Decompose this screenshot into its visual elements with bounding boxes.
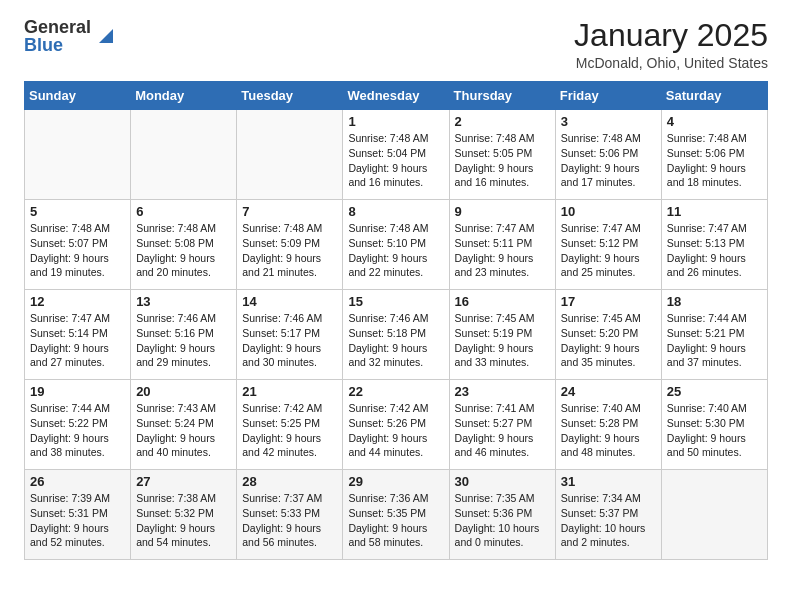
calendar-cell: 3Sunrise: 7:48 AM Sunset: 5:06 PM Daylig… (555, 110, 661, 200)
calendar-cell: 31Sunrise: 7:34 AM Sunset: 5:37 PM Dayli… (555, 470, 661, 560)
svg-marker-0 (99, 29, 113, 43)
day-info: Sunrise: 7:47 AM Sunset: 5:12 PM Dayligh… (561, 221, 656, 280)
logo-blue: Blue (24, 36, 63, 56)
day-info: Sunrise: 7:43 AM Sunset: 5:24 PM Dayligh… (136, 401, 231, 460)
day-of-week-header: Monday (131, 82, 237, 110)
day-number: 24 (561, 384, 656, 399)
calendar-cell: 8Sunrise: 7:48 AM Sunset: 5:10 PM Daylig… (343, 200, 449, 290)
logo-block: General Blue (24, 18, 117, 56)
logo-triangle-icon (95, 25, 117, 51)
day-number: 31 (561, 474, 656, 489)
calendar-cell: 11Sunrise: 7:47 AM Sunset: 5:13 PM Dayli… (661, 200, 767, 290)
day-info: Sunrise: 7:45 AM Sunset: 5:19 PM Dayligh… (455, 311, 550, 370)
day-number: 8 (348, 204, 443, 219)
logo: General Blue (24, 18, 117, 56)
calendar-cell (25, 110, 131, 200)
day-number: 29 (348, 474, 443, 489)
day-info: Sunrise: 7:48 AM Sunset: 5:10 PM Dayligh… (348, 221, 443, 280)
day-number: 10 (561, 204, 656, 219)
day-number: 20 (136, 384, 231, 399)
day-number: 11 (667, 204, 762, 219)
day-number: 3 (561, 114, 656, 129)
day-info: Sunrise: 7:42 AM Sunset: 5:25 PM Dayligh… (242, 401, 337, 460)
calendar-cell: 22Sunrise: 7:42 AM Sunset: 5:26 PM Dayli… (343, 380, 449, 470)
day-info: Sunrise: 7:46 AM Sunset: 5:17 PM Dayligh… (242, 311, 337, 370)
day-info: Sunrise: 7:37 AM Sunset: 5:33 PM Dayligh… (242, 491, 337, 550)
calendar-cell: 6Sunrise: 7:48 AM Sunset: 5:08 PM Daylig… (131, 200, 237, 290)
calendar-cell (131, 110, 237, 200)
calendar-cell: 1Sunrise: 7:48 AM Sunset: 5:04 PM Daylig… (343, 110, 449, 200)
day-of-week-header: Thursday (449, 82, 555, 110)
day-info: Sunrise: 7:48 AM Sunset: 5:08 PM Dayligh… (136, 221, 231, 280)
day-info: Sunrise: 7:41 AM Sunset: 5:27 PM Dayligh… (455, 401, 550, 460)
day-number: 7 (242, 204, 337, 219)
calendar-week-row: 19Sunrise: 7:44 AM Sunset: 5:22 PM Dayli… (25, 380, 768, 470)
day-number: 5 (30, 204, 125, 219)
day-number: 27 (136, 474, 231, 489)
day-info: Sunrise: 7:47 AM Sunset: 5:11 PM Dayligh… (455, 221, 550, 280)
day-info: Sunrise: 7:46 AM Sunset: 5:16 PM Dayligh… (136, 311, 231, 370)
day-number: 21 (242, 384, 337, 399)
day-number: 15 (348, 294, 443, 309)
day-info: Sunrise: 7:36 AM Sunset: 5:35 PM Dayligh… (348, 491, 443, 550)
calendar-table: SundayMondayTuesdayWednesdayThursdayFrid… (24, 81, 768, 560)
calendar-cell (661, 470, 767, 560)
day-number: 16 (455, 294, 550, 309)
day-number: 6 (136, 204, 231, 219)
calendar-cell: 19Sunrise: 7:44 AM Sunset: 5:22 PM Dayli… (25, 380, 131, 470)
calendar-cell: 7Sunrise: 7:48 AM Sunset: 5:09 PM Daylig… (237, 200, 343, 290)
calendar-cell: 27Sunrise: 7:38 AM Sunset: 5:32 PM Dayli… (131, 470, 237, 560)
calendar-cell: 14Sunrise: 7:46 AM Sunset: 5:17 PM Dayli… (237, 290, 343, 380)
day-number: 13 (136, 294, 231, 309)
day-number: 25 (667, 384, 762, 399)
calendar-cell (237, 110, 343, 200)
calendar-cell: 16Sunrise: 7:45 AM Sunset: 5:19 PM Dayli… (449, 290, 555, 380)
day-info: Sunrise: 7:48 AM Sunset: 5:06 PM Dayligh… (667, 131, 762, 190)
day-info: Sunrise: 7:48 AM Sunset: 5:06 PM Dayligh… (561, 131, 656, 190)
day-info: Sunrise: 7:46 AM Sunset: 5:18 PM Dayligh… (348, 311, 443, 370)
calendar-cell: 24Sunrise: 7:40 AM Sunset: 5:28 PM Dayli… (555, 380, 661, 470)
day-info: Sunrise: 7:34 AM Sunset: 5:37 PM Dayligh… (561, 491, 656, 550)
day-number: 1 (348, 114, 443, 129)
calendar-cell: 13Sunrise: 7:46 AM Sunset: 5:16 PM Dayli… (131, 290, 237, 380)
day-info: Sunrise: 7:40 AM Sunset: 5:28 PM Dayligh… (561, 401, 656, 460)
day-info: Sunrise: 7:47 AM Sunset: 5:13 PM Dayligh… (667, 221, 762, 280)
calendar-week-row: 1Sunrise: 7:48 AM Sunset: 5:04 PM Daylig… (25, 110, 768, 200)
day-of-week-header: Tuesday (237, 82, 343, 110)
day-number: 4 (667, 114, 762, 129)
calendar-cell: 9Sunrise: 7:47 AM Sunset: 5:11 PM Daylig… (449, 200, 555, 290)
calendar-header: SundayMondayTuesdayWednesdayThursdayFrid… (25, 82, 768, 110)
day-info: Sunrise: 7:48 AM Sunset: 5:04 PM Dayligh… (348, 131, 443, 190)
day-of-week-header: Saturday (661, 82, 767, 110)
location: McDonald, Ohio, United States (574, 55, 768, 71)
day-info: Sunrise: 7:47 AM Sunset: 5:14 PM Dayligh… (30, 311, 125, 370)
day-number: 22 (348, 384, 443, 399)
calendar-cell: 2Sunrise: 7:48 AM Sunset: 5:05 PM Daylig… (449, 110, 555, 200)
day-number: 17 (561, 294, 656, 309)
day-number: 18 (667, 294, 762, 309)
day-info: Sunrise: 7:38 AM Sunset: 5:32 PM Dayligh… (136, 491, 231, 550)
calendar-cell: 25Sunrise: 7:40 AM Sunset: 5:30 PM Dayli… (661, 380, 767, 470)
calendar-cell: 17Sunrise: 7:45 AM Sunset: 5:20 PM Dayli… (555, 290, 661, 380)
calendar-week-row: 5Sunrise: 7:48 AM Sunset: 5:07 PM Daylig… (25, 200, 768, 290)
page: General Blue January 2025 McDonald, Ohio… (0, 0, 792, 576)
calendar-cell: 30Sunrise: 7:35 AM Sunset: 5:36 PM Dayli… (449, 470, 555, 560)
calendar-cell: 4Sunrise: 7:48 AM Sunset: 5:06 PM Daylig… (661, 110, 767, 200)
calendar-wrapper: SundayMondayTuesdayWednesdayThursdayFrid… (0, 81, 792, 576)
day-of-week-header: Wednesday (343, 82, 449, 110)
day-info: Sunrise: 7:45 AM Sunset: 5:20 PM Dayligh… (561, 311, 656, 370)
calendar-cell: 29Sunrise: 7:36 AM Sunset: 5:35 PM Dayli… (343, 470, 449, 560)
day-number: 19 (30, 384, 125, 399)
calendar-cell: 18Sunrise: 7:44 AM Sunset: 5:21 PM Dayli… (661, 290, 767, 380)
day-number: 26 (30, 474, 125, 489)
calendar-cell: 28Sunrise: 7:37 AM Sunset: 5:33 PM Dayli… (237, 470, 343, 560)
calendar-cell: 26Sunrise: 7:39 AM Sunset: 5:31 PM Dayli… (25, 470, 131, 560)
day-number: 23 (455, 384, 550, 399)
day-of-week-header: Sunday (25, 82, 131, 110)
day-number: 2 (455, 114, 550, 129)
day-number: 9 (455, 204, 550, 219)
day-info: Sunrise: 7:42 AM Sunset: 5:26 PM Dayligh… (348, 401, 443, 460)
day-of-week-header: Friday (555, 82, 661, 110)
calendar-week-row: 26Sunrise: 7:39 AM Sunset: 5:31 PM Dayli… (25, 470, 768, 560)
day-info: Sunrise: 7:39 AM Sunset: 5:31 PM Dayligh… (30, 491, 125, 550)
